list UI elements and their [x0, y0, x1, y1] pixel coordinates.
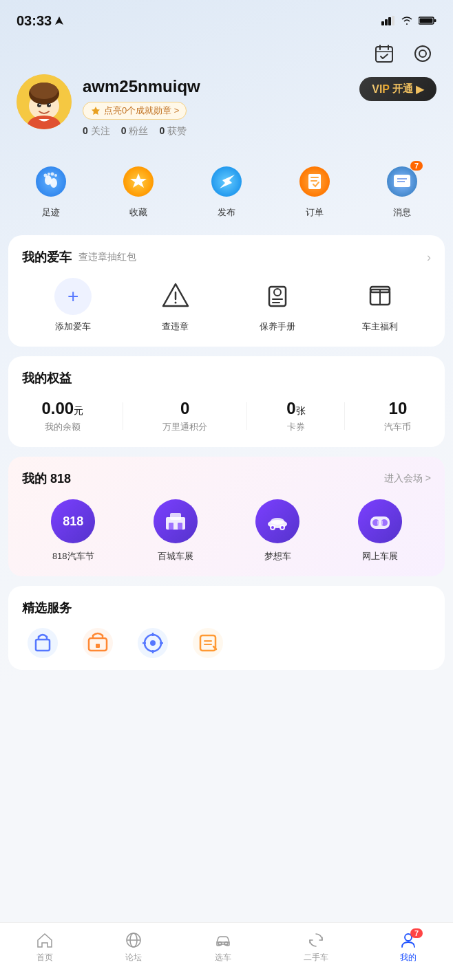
my-car-arrow[interactable]: › [427, 250, 431, 265]
my-car-title: 我的爱车 [22, 249, 72, 265]
action-footprint[interactable]: 足迹 [32, 162, 70, 219]
dreamcar-icon [255, 499, 299, 543]
vip-button[interactable]: VIP 开通 ▶ [359, 77, 436, 101]
benefit-points[interactable]: 0 万里通积分 [162, 399, 207, 433]
car-item-maintenance[interactable]: 保养手册 [259, 278, 296, 333]
nav-selectcar[interactable]: 选车 [207, 928, 239, 966]
818-grid: 818 818汽车节 百城车展 [22, 499, 431, 563]
svg-rect-2 [385, 19, 388, 25]
message-label: 消息 [393, 206, 411, 219]
avatar-image [17, 74, 72, 129]
818-header: 我的 818 进入会场 > [22, 470, 431, 487]
my-car-subtitle[interactable]: 查违章抽红包 [78, 251, 136, 263]
action-collect[interactable]: 收藏 [119, 162, 158, 219]
collect-label: 收藏 [129, 206, 147, 219]
service-item-2[interactable] [77, 623, 118, 663]
benefit-coins[interactable]: 10 汽车币 [384, 399, 411, 433]
svg-rect-38 [310, 177, 319, 178]
footprint-icon-wrap [32, 162, 70, 201]
coins-label: 汽车币 [384, 421, 411, 433]
collect-icon [122, 165, 155, 198]
bottom-nav: 首页 论坛 选车 二手车 [0, 922, 453, 980]
svg-rect-56 [170, 513, 181, 520]
service-svg-1 [25, 626, 60, 660]
achievement-badge[interactable]: 点亮0个成就勋章 > [83, 102, 187, 120]
nav-usedcar[interactable]: 二手车 [297, 928, 335, 966]
svg-point-31 [54, 174, 57, 177]
settings-button[interactable] [409, 40, 436, 67]
benefit-cards[interactable]: 0张 卡券 [286, 399, 305, 433]
818-link[interactable]: 进入会场 > [384, 472, 431, 485]
svg-rect-42 [397, 183, 399, 187]
svg-point-49 [274, 289, 281, 296]
stat-fans[interactable]: 0 粉丝 [121, 125, 149, 138]
818-title: 我的 818 [22, 470, 71, 487]
service-icon-4 [188, 623, 228, 663]
stat-likes[interactable]: 0 获赞 [159, 125, 187, 138]
forum-icon [125, 931, 143, 949]
service-item-3[interactable] [132, 623, 173, 663]
dream-car-svg [264, 508, 291, 535]
svg-point-69 [28, 628, 58, 658]
my-benefits-title: 我的权益 [22, 370, 72, 386]
collect-icon-wrap [119, 162, 158, 201]
service-svg-3 [136, 626, 170, 660]
message-icon-wrap: 7 [383, 162, 421, 201]
service-icon-1 [23, 623, 63, 663]
service-svg-4 [191, 626, 225, 660]
maintenance-icon [261, 280, 294, 313]
service-item-4[interactable] [187, 623, 229, 663]
svg-point-13 [415, 46, 430, 61]
violation-label: 查违章 [162, 320, 189, 333]
action-publish[interactable]: 发布 [207, 162, 246, 219]
nav-mine[interactable]: 7 我的 [392, 928, 424, 966]
nav-selectcar-label: 选车 [215, 952, 231, 963]
violation-icon-wrap [157, 278, 194, 315]
818-item-festival[interactable]: 818 818汽车节 [51, 499, 95, 563]
svg-rect-3 [388, 17, 391, 25]
wifi-icon [401, 16, 413, 25]
medal-icon [90, 105, 101, 116]
svg-point-21 [39, 104, 41, 105]
nav-forum[interactable]: 论坛 [118, 928, 149, 966]
car-item-benefit[interactable]: 车主福利 [361, 278, 399, 333]
nav-home-label: 首页 [36, 952, 53, 963]
action-order[interactable]: 订单 [295, 162, 334, 219]
svg-rect-1 [381, 21, 384, 25]
order-icon-wrap [295, 162, 334, 201]
svg-point-76 [150, 640, 156, 646]
service-item-1[interactable] [22, 623, 63, 663]
svg-point-29 [48, 173, 50, 175]
818-item-cityshow[interactable]: 百城车展 [154, 499, 198, 563]
action-message[interactable]: 7 消息 [383, 162, 421, 219]
cityshow-icon [154, 499, 198, 543]
home-icon [36, 931, 54, 949]
818-item-onlineshow[interactable]: 网上车展 [358, 499, 402, 563]
calendar-button[interactable] [370, 40, 398, 67]
points-value: 0 [180, 399, 189, 418]
usedcar-icon [307, 931, 325, 949]
car-item-violation[interactable]: 查违章 [157, 278, 194, 333]
svg-point-63 [271, 526, 274, 529]
svg-rect-6 [434, 19, 436, 22]
add-car-icon: + [54, 278, 92, 315]
services-grid [22, 623, 431, 663]
car-item-add[interactable]: + 添加爱车 [54, 278, 92, 333]
avatar[interactable] [17, 74, 72, 129]
car-icon [214, 931, 232, 949]
svg-point-64 [281, 526, 284, 529]
calendar-check-icon [373, 43, 395, 65]
location-icon [54, 16, 64, 25]
publish-icon-wrap [207, 162, 246, 201]
stat-follow[interactable]: 0 关注 [83, 125, 110, 138]
nav-usedcar-label: 二手车 [304, 952, 328, 963]
818-festival-icon: 818 [51, 499, 95, 543]
svg-point-47 [174, 302, 176, 304]
status-time: 03:33 [17, 13, 64, 29]
svg-point-22 [49, 104, 50, 105]
nav-home[interactable]: 首页 [29, 928, 61, 966]
818-item-dreamcar[interactable]: 梦想车 [255, 499, 299, 563]
violation-icon [159, 280, 192, 313]
benefit-balance[interactable]: 0.00元 我的余额 [41, 399, 83, 433]
my-car-header: 我的爱车 查违章抽红包 › [22, 249, 431, 265]
